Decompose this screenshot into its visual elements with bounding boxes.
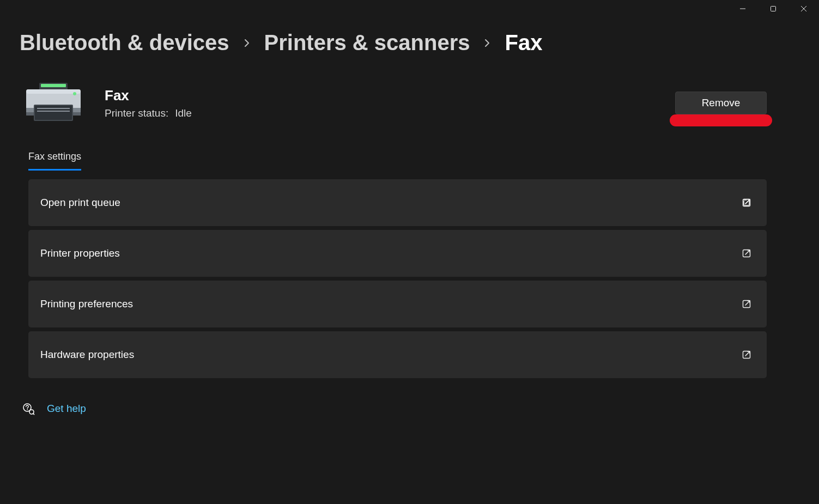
maximize-icon [770,5,776,12]
svg-rect-10 [37,111,70,112]
minimize-icon [739,5,746,12]
device-header: Fax Printer status: Idle Remove [23,81,798,125]
breadcrumb-printers-scanners[interactable]: Printers & scanners [264,31,470,55]
breadcrumb: Bluetooth & devices Printers & scanners … [20,31,798,55]
minimize-button[interactable] [727,0,758,17]
svg-point-6 [73,92,76,95]
svg-rect-9 [37,108,70,109]
open-external-icon [742,299,751,309]
printer-icon [23,81,84,125]
svg-rect-0 [771,7,776,11]
window-titlebar [727,0,819,17]
svg-rect-11 [26,112,34,116]
printer-properties-button[interactable]: Printer properties [28,230,767,277]
close-icon [800,5,807,12]
svg-rect-4 [26,89,81,94]
svg-rect-12 [73,112,81,116]
hardware-properties-button[interactable]: Hardware properties [28,331,767,378]
list-item-label: Hardware properties [40,349,134,361]
section-title: Fax settings [28,151,81,171]
breadcrumb-bluetooth-devices[interactable]: Bluetooth & devices [20,31,229,55]
device-name: Fax [105,87,675,104]
device-label-stack: Fax Printer status: Idle [105,87,675,119]
open-print-queue-button[interactable]: Open print queue [28,179,767,226]
svg-point-18 [27,409,28,410]
close-button[interactable] [788,0,819,17]
svg-rect-2 [41,84,66,87]
chevron-right-icon [482,38,493,48]
list-item-label: Open print queue [40,197,120,209]
breadcrumb-current: Fax [505,31,542,55]
get-help-link[interactable]: Get help [47,403,86,415]
help-row: Get help [22,402,798,415]
maximize-button[interactable] [758,0,788,17]
remove-button-wrap: Remove [675,92,767,114]
open-external-icon [742,248,751,258]
list-item-label: Printing preferences [40,298,133,310]
list-item-label: Printer properties [40,247,120,259]
open-external-icon [742,350,751,360]
chevron-right-icon [241,38,252,48]
device-status-value: Idle [175,107,192,119]
help-icon [22,402,35,415]
open-external-icon [742,198,751,208]
printing-preferences-button[interactable]: Printing preferences [28,281,767,327]
svg-rect-8 [35,106,72,120]
device-status-label: Printer status: [105,107,168,119]
annotation-highlight [670,114,772,126]
remove-button[interactable]: Remove [675,92,767,114]
settings-list: Open print queue Printer properties Prin… [28,179,798,378]
